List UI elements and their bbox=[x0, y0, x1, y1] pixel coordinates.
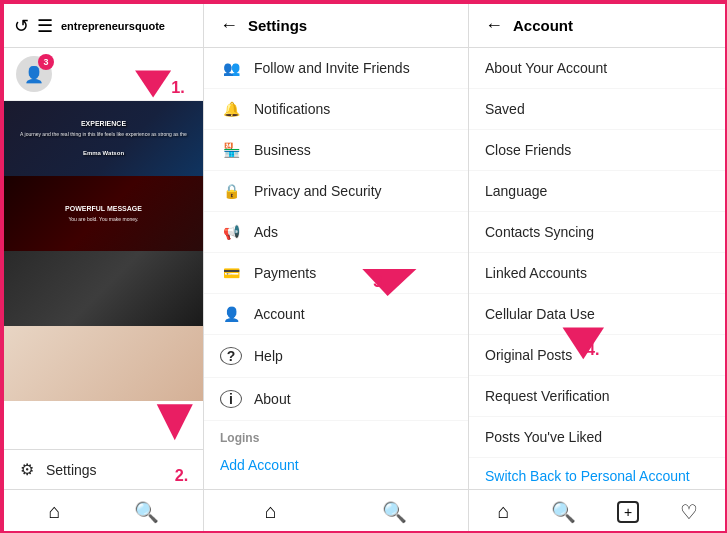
settings-item-help[interactable]: ? Help bbox=[204, 335, 468, 378]
mid-bottom-nav: ⌂ 🔍 bbox=[204, 490, 469, 533]
feed-thumb-2[interactable]: POWERFUL MESSAGEYou are bold. You make m… bbox=[4, 176, 203, 251]
help-icon: ? bbox=[220, 347, 242, 365]
settings-item-notifications[interactable]: 🔔 Notifications bbox=[204, 89, 468, 130]
help-label: Help bbox=[254, 348, 283, 364]
ads-label: Ads bbox=[254, 224, 278, 240]
bottom-home-icon-mid[interactable]: ⌂ bbox=[265, 500, 277, 523]
privacy-label: Privacy and Security bbox=[254, 183, 382, 199]
settings-header: ← Settings bbox=[204, 4, 469, 47]
account-item-saved[interactable]: Saved bbox=[469, 89, 727, 130]
account-label: Account bbox=[254, 306, 305, 322]
account-header: ← Account bbox=[469, 4, 727, 47]
settings-item-privacy[interactable]: 🔒 Privacy and Security bbox=[204, 171, 468, 212]
about-label: About bbox=[254, 391, 291, 407]
left-bottom-nav: ⌂ 🔍 bbox=[4, 490, 204, 533]
bottom-heart-icon[interactable]: ♡ bbox=[680, 500, 698, 524]
settings-item-about[interactable]: i About bbox=[204, 378, 468, 421]
account-item-close-friends[interactable]: Close Friends bbox=[469, 130, 727, 171]
settings-nav-item[interactable]: ⚙ Settings bbox=[4, 449, 203, 489]
account-item-contacts[interactable]: Contacts Syncing bbox=[469, 212, 727, 253]
left-panel: 👤 3 EXPERIENCEA journey and the real thi… bbox=[4, 48, 204, 489]
privacy-icon: 🔒 bbox=[220, 183, 242, 199]
account-title: Account bbox=[513, 17, 573, 34]
feed-area: EXPERIENCEA journey and the real thing i… bbox=[4, 101, 203, 449]
settings-item-payments[interactable]: 💳 Payments bbox=[204, 253, 468, 294]
notifications-label: Notifications bbox=[254, 101, 330, 117]
avatar-container: 👤 3 bbox=[16, 56, 52, 92]
add-account-link[interactable]: Add Account bbox=[204, 447, 468, 483]
bottom-home-icon-right[interactable]: ⌂ bbox=[498, 500, 510, 523]
logins-section-label: Logins bbox=[204, 421, 468, 447]
account-item-cellular[interactable]: Cellular Data Use bbox=[469, 294, 727, 335]
settings-item-ads[interactable]: 📢 Ads bbox=[204, 212, 468, 253]
account-back-arrow[interactable]: ← bbox=[485, 15, 503, 36]
settings-back-arrow[interactable]: ← bbox=[220, 15, 238, 36]
mid-content: 👥 Follow and Invite Friends 🔔 Notificati… bbox=[204, 48, 468, 489]
settings-gear-icon: ⚙ bbox=[20, 460, 34, 479]
settings-title: Settings bbox=[248, 17, 307, 34]
business-label: Business bbox=[254, 142, 311, 158]
right-bottom-nav: ⌂ 🔍 + ♡ bbox=[469, 490, 727, 533]
bottom-search-icon-left[interactable]: 🔍 bbox=[134, 500, 159, 524]
left-panel-header: ↺ ☰ entrepreneursquote bbox=[4, 4, 204, 47]
notifications-icon: 🔔 bbox=[220, 101, 242, 117]
account-icon: 👤 bbox=[220, 306, 242, 322]
switch-account-link[interactable]: Switch Back to Personal Account bbox=[469, 458, 727, 489]
mid-panel: 👥 Follow and Invite Friends 🔔 Notificati… bbox=[204, 48, 469, 489]
account-item-original-posts[interactable]: Original Posts bbox=[469, 335, 727, 376]
payments-icon: 💳 bbox=[220, 265, 242, 281]
about-icon: i bbox=[220, 390, 242, 408]
ads-icon: 📢 bbox=[220, 224, 242, 240]
history-icon[interactable]: ↺ bbox=[14, 15, 29, 37]
right-content: About Your Account Saved Close Friends L… bbox=[469, 48, 727, 489]
feed-thumb-3[interactable] bbox=[4, 251, 203, 326]
account-item-about[interactable]: About Your Account bbox=[469, 48, 727, 89]
follow-label: Follow and Invite Friends bbox=[254, 60, 410, 76]
feed-thumb-1[interactable]: EXPERIENCEA journey and the real thing i… bbox=[4, 101, 203, 176]
settings-item-account[interactable]: 👤 Account bbox=[204, 294, 468, 335]
settings-item-follow[interactable]: 👥 Follow and Invite Friends bbox=[204, 48, 468, 89]
settings-item-business[interactable]: 🏪 Business bbox=[204, 130, 468, 171]
notification-badge: 3 bbox=[38, 54, 54, 70]
account-item-language[interactable]: Language bbox=[469, 171, 727, 212]
right-panel: About Your Account Saved Close Friends L… bbox=[469, 48, 727, 489]
feed-thumb-4[interactable] bbox=[4, 326, 203, 401]
bottom-search-icon-mid[interactable]: 🔍 bbox=[382, 500, 407, 524]
payments-label: Payments bbox=[254, 265, 316, 281]
username-label: entrepreneursquote bbox=[61, 20, 193, 32]
follow-icon: 👥 bbox=[220, 60, 242, 76]
bottom-home-icon-left[interactable]: ⌂ bbox=[48, 500, 60, 523]
account-item-request-verification[interactable]: Request Verification bbox=[469, 376, 727, 417]
hamburger-icon[interactable]: ☰ bbox=[37, 15, 53, 37]
account-item-linked[interactable]: Linked Accounts bbox=[469, 253, 727, 294]
account-item-posts-liked[interactable]: Posts You've Liked bbox=[469, 417, 727, 458]
bottom-add-icon[interactable]: + bbox=[617, 501, 639, 523]
business-icon: 🏪 bbox=[220, 142, 242, 158]
settings-nav-label: Settings bbox=[46, 462, 97, 478]
bottom-search-icon-right[interactable]: 🔍 bbox=[551, 500, 576, 524]
